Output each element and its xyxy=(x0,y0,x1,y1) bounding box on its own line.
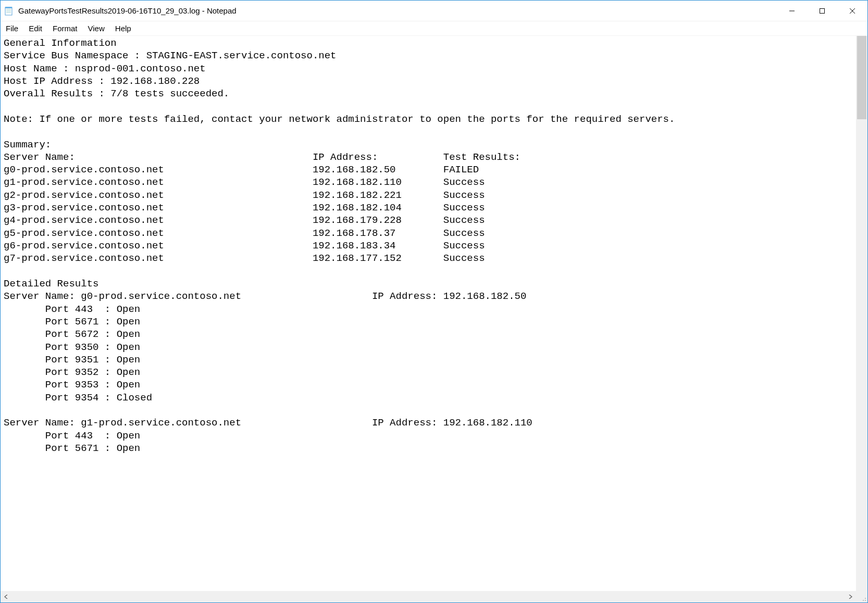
svg-rect-1 xyxy=(5,7,12,8)
menubar: File Edit Format View Help xyxy=(1,21,867,36)
close-button[interactable] xyxy=(837,1,867,21)
window-controls xyxy=(777,1,867,21)
text-editor[interactable]: General Information Service Bus Namespac… xyxy=(1,36,856,591)
svg-point-9 xyxy=(863,600,864,601)
resize-grip[interactable] xyxy=(856,591,867,602)
hscroll-left-arrow[interactable] xyxy=(1,591,12,602)
svg-rect-6 xyxy=(820,8,825,13)
minimize-button[interactable] xyxy=(777,1,807,21)
titlebar: GatewayPortsTestResults2019-06-16T10_29_… xyxy=(1,1,867,21)
svg-point-10 xyxy=(865,600,866,601)
horizontal-scrollbar[interactable] xyxy=(1,591,867,602)
editor-container: General Information Service Bus Namespac… xyxy=(1,36,867,591)
menu-format[interactable]: Format xyxy=(47,23,83,34)
vertical-scrollbar-thumb[interactable] xyxy=(857,36,866,119)
menu-view[interactable]: View xyxy=(83,23,110,34)
notepad-icon xyxy=(4,6,14,16)
hscroll-right-arrow[interactable] xyxy=(845,591,856,602)
vertical-scrollbar[interactable] xyxy=(856,36,867,591)
menu-edit[interactable]: Edit xyxy=(23,23,47,34)
menu-help[interactable]: Help xyxy=(110,23,137,34)
maximize-button[interactable] xyxy=(807,1,837,21)
menu-file[interactable]: File xyxy=(4,23,23,34)
window-title: GatewayPortsTestResults2019-06-16T10_29_… xyxy=(18,6,237,15)
svg-point-11 xyxy=(865,598,866,599)
